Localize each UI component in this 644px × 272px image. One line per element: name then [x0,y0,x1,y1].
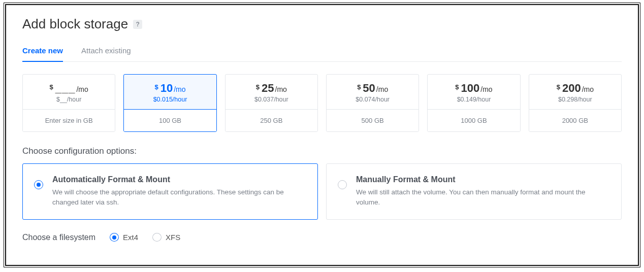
tab-attach-existing[interactable]: Attach existing [81,46,131,62]
add-block-storage-panel: Add block storage ? Create new Attach ex… [5,4,639,266]
per-month-suffix: /mo [76,85,88,93]
dollar-sign: $ [154,83,158,91]
price-per-month: $ 10 /mo [128,82,212,95]
page-title-text: Add block storage [22,16,128,32]
config-title: Manually Format & Mount [356,175,608,184]
plan-size: 500 GB [327,110,418,131]
dollar-sign: $ [357,83,361,91]
price-per-hour: $0.037/hour [230,96,313,103]
price-amount: 25 [262,82,274,95]
plan-size: 2000 GB [529,110,621,131]
dollar-sign: $ [557,83,560,91]
tabs: Create new Attach existing [22,46,622,62]
dollar-sign: $ [455,83,459,91]
help-icon[interactable]: ? [133,20,142,29]
price-per-month: $ 25 /mo [230,82,313,95]
config-section-label: Choose configuration options: [22,146,622,156]
radio-icon [34,180,43,189]
plan-2000gb[interactable]: $ 200 /mo $0.298/hour 2000 GB [529,74,622,132]
price-amount-blank: ___ [55,82,76,95]
page-title: Add block storage ? [22,16,622,32]
plan-price-box: $ 50 /mo $0.074/hour [327,75,418,110]
per-month-suffix: /mo [582,85,594,93]
dollar-sign: $ [50,83,53,91]
plan-size: 250 GB [226,110,317,131]
price-amount: 200 [562,82,581,95]
plan-250gb[interactable]: $ 25 /mo $0.037/hour 250 GB [225,74,318,132]
plan-size-input[interactable]: Enter size in GB [23,110,115,131]
config-manual-format[interactable]: Manually Format & Mount We will still at… [326,163,622,220]
price-amount: 50 [363,82,375,95]
filesystem-option-label: Ext4 [123,233,138,242]
plan-custom[interactable]: $ ___ /mo $__/hour Enter size in GB [22,74,115,132]
tab-create-new[interactable]: Create new [22,46,63,62]
per-month-suffix: /mo [376,85,388,93]
config-description: We will choose the appropriate default c… [52,187,304,208]
config-title: Automatically Format & Mount [52,175,304,184]
config-options: Automatically Format & Mount We will cho… [22,163,622,220]
plan-price-box: $ 10 /mo $0.015/hour [124,75,216,110]
custom-size-placeholder: Enter size in GB [45,117,93,124]
price-per-hour: $__/hour [27,96,111,103]
price-amount: 100 [461,82,480,95]
price-per-month: $ 100 /mo [432,82,516,95]
radio-icon [338,180,347,189]
plan-500gb[interactable]: $ 50 /mo $0.074/hour 500 GB [326,74,419,132]
plan-size: 1000 GB [428,110,520,131]
price-per-month: $ ___ /mo [27,82,111,95]
price-per-hour: $0.015/hour [128,96,212,103]
plans-grid: $ ___ /mo $__/hour Enter size in GB $ 10… [22,74,622,132]
per-month-suffix: /mo [275,85,287,93]
config-text: Manually Format & Mount We will still at… [356,175,608,208]
tab-label: Create new [22,46,63,55]
radio-icon [110,233,119,242]
price-per-hour: $0.074/hour [331,96,414,103]
filesystem-option-ext4[interactable]: Ext4 [110,233,138,242]
plan-price-box: $ 100 /mo $0.149/hour [428,75,520,110]
price-amount: 10 [160,82,173,95]
plan-size: 100 GB [124,110,216,131]
price-per-hour: $0.149/hour [432,96,516,103]
filesystem-row: Choose a filesystem Ext4 XFS [22,233,622,242]
tab-label: Attach existing [81,46,131,55]
price-per-month: $ 50 /mo [331,82,414,95]
config-auto-format[interactable]: Automatically Format & Mount We will cho… [22,163,318,220]
per-month-suffix: /mo [480,85,492,93]
plan-price-box: $ 200 /mo $0.298/hour [529,75,621,110]
config-description: We will still attach the volume. You can… [356,187,608,208]
dollar-sign: $ [256,83,260,91]
per-month-suffix: /mo [174,85,185,93]
config-text: Automatically Format & Mount We will cho… [52,175,304,208]
radio-icon [152,233,162,242]
plan-price-box: $ ___ /mo $__/hour [23,75,115,110]
plan-price-box: $ 25 /mo $0.037/hour [226,75,317,110]
filesystem-option-xfs[interactable]: XFS [152,233,180,242]
filesystem-option-label: XFS [166,233,180,242]
filesystem-label: Choose a filesystem [22,233,95,242]
price-per-month: $ 200 /mo [533,82,617,95]
plan-100gb[interactable]: $ 10 /mo $0.015/hour 100 GB [123,74,216,132]
price-per-hour: $0.298/hour [533,96,617,103]
plan-1000gb[interactable]: $ 100 /mo $0.149/hour 1000 GB [427,74,520,132]
